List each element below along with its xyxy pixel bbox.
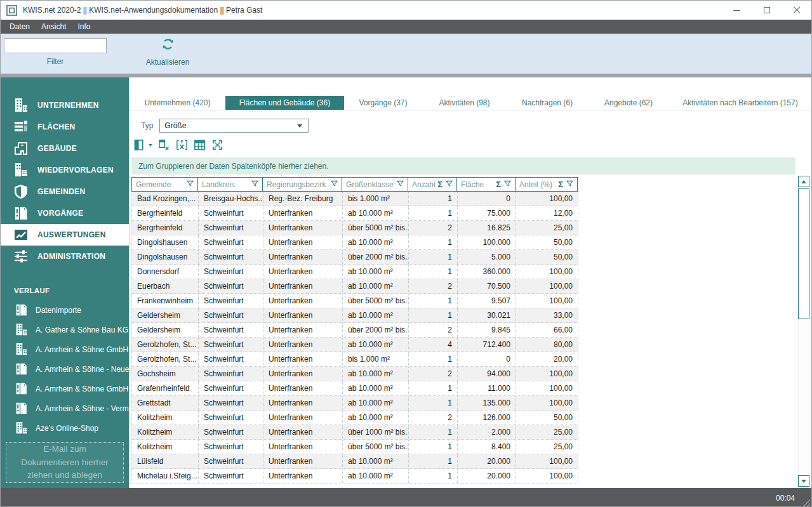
menu-item-info[interactable]: Info [72,20,96,34]
resize-grip[interactable] [802,498,810,506]
cell: Schweinfurt [199,440,263,454]
maximize-button[interactable] [752,1,782,20]
column-filter-button[interactable] [331,180,338,189]
table-row[interactable]: DingolshausenSchweinfurtUnterfrankenab 1… [131,235,578,250]
vertical-scrollbar[interactable] [798,176,809,487]
cell: Frankenwinheim [132,294,199,308]
column-header-gemeinde[interactable]: Gemeinde [131,178,198,191]
column-filter-button[interactable] [251,180,258,189]
table-row[interactable]: Bad Krozingen,...Breisgau-Hochs...Reg.-B… [131,192,578,206]
column-filter-button[interactable] [446,180,453,189]
sum-icon[interactable]: Σ [437,180,443,189]
column-header-anzahl[interactable]: AnzahlΣ [408,178,457,191]
table-row[interactable]: GeldersheimSchweinfurtUnterfrankenüber 2… [131,323,578,338]
column-filter-button[interactable] [397,180,404,189]
history-item-a-amrhein-söhne-gmbh[interactable]: A. Amrhein & Söhne GmbH [1,339,129,359]
sidebar-item-label: GEBÄUDE [37,144,77,153]
sidebar-item-gemeinden[interactable]: GEMEINDEN [1,181,129,202]
sidebar-nav: UNTERNEHMENFLÄCHENGEBÄUDEWIEDERVORLAGENG… [1,77,129,267]
menu-item-ansicht[interactable]: Ansicht [36,20,72,34]
sidebar-item-flächen[interactable]: FLÄCHEN [1,116,129,138]
table-row[interactable]: KolitzheimSchweinfurtUnterfrankenüber 50… [131,440,578,454]
group-by-panel[interactable]: Zum Gruppieren der Daten Spaltenköpfe hi… [131,157,795,174]
table-row[interactable]: KolitzheimSchweinfurtUnterfrankenüber 10… [131,425,578,440]
table-row[interactable]: GrafenrheinfeldSchweinfurtUnterfrankenab… [131,381,578,396]
tab-nachfragen-6[interactable]: Nachfragen (6) [507,96,588,110]
cell: Unterfranken [263,469,343,483]
table-row[interactable]: KolitzheimSchweinfurtUnterfrankenab 10.0… [131,411,578,425]
history-item-a-amrhein-söhne-neue-pr[interactable]: A. Amrhein & Söhne - Neue Pr... [1,359,129,379]
column-chooser-button[interactable] [134,139,152,151]
history-item-a-amrhein-söhne-gmbh[interactable]: A. Amrhein & Söhne GmbH [1,379,129,398]
table-row[interactable]: DonnersdorfSchweinfurtUnterfrankenab 10.… [131,265,578,279]
top-toolbar: Filter Aktualisieren [1,34,811,74]
table-row[interactable]: GeldersheimSchweinfurtUnterfrankenab 10.… [131,308,578,323]
column-header-größenklasse[interactable]: Größenklasse [342,178,408,191]
filter-input[interactable] [4,38,107,53]
hide-column-button[interactable] [158,139,170,151]
close-button[interactable] [782,1,811,20]
grid-body: Bad Krozingen,...Breisgau-Hochs...Reg.-B… [131,192,578,484]
sidebar-item-auswertungen[interactable]: AUSWERTUNGEN [1,224,129,246]
cell: über 1000 m² bis... [343,425,409,439]
cell: Unterfranken [263,338,343,352]
cell: 100,00 [516,469,578,483]
cell: 1 [409,294,458,308]
history-item-a-gather-söhne-bau-kg[interactable]: A. Gather & Söhne Bau KG [1,320,129,339]
sidebar-item-unternehmen[interactable]: UNTERNEHMEN [1,95,129,116]
column-header-fläche[interactable]: FlächeΣ [457,178,516,191]
typ-select[interactable]: Größe [159,119,309,133]
table-row[interactable]: BergrheinfeldSchweinfurtUnterfrankenüber… [131,221,578,235]
table-row[interactable]: Michelau i.Steig...SchweinfurtUnterfrank… [131,469,578,484]
table-row[interactable]: BergrheinfeldSchweinfurtUnterfrankenab 1… [131,206,578,221]
refresh-button[interactable]: Aktualisieren [132,37,203,67]
sidebar-item-gebäude[interactable]: GEBÄUDE [1,138,129,159]
column-filter-button[interactable] [187,180,194,189]
column-filter-button[interactable] [504,180,511,189]
cell: ab 10.000 m² [343,279,409,293]
tab-vorgänge-37[interactable]: Vorgänge (37) [344,96,422,110]
table-row[interactable]: Gerolzhofen, St...SchweinfurtUnterfranke… [131,338,578,352]
hide-column-icon [158,139,170,151]
cell: Gerolzhofen, St... [132,338,199,352]
cell: ab 10.000 m² [343,206,409,220]
sidebar-item-vorgänge[interactable]: VORGÄNGE [1,202,129,224]
buildings-icon [15,323,28,336]
history-item-aze-s-online-shop[interactable]: Aze's Online-Shop [1,418,129,438]
sum-icon[interactable]: Σ [558,180,563,189]
column-header-regierungsbezirk[interactable]: Regierungsbezirk [263,178,342,191]
fit-columns-button[interactable] [211,139,223,151]
tab-flächen-und-gebäude-36[interactable]: Flächen und Gebäude (36) [225,96,344,110]
scrollbar-thumb[interactable] [798,188,809,319]
table-row[interactable]: GochsheimSchweinfurtUnterfrankenab 10.00… [131,367,578,381]
history-item-a-amrhein-söhne-vermittl[interactable]: A. Amrhein & Söhne - Vermittl... [1,398,129,418]
table-row[interactable]: LülsfeldSchweinfurtUnterfrankenab 10.000… [131,454,578,469]
scroll-down-button[interactable] [798,475,809,487]
column-header-landkreis[interactable]: Landkreis [198,178,263,191]
sidebar-item-administration[interactable]: ADMINISTRATION [1,246,129,267]
menu-item-daten[interactable]: Daten [4,20,36,34]
tab-aktivitäten-nach-bearbeitern-157[interactable]: Aktivitäten nach Bearbeitern (157) [669,96,811,110]
tab-angebote-62[interactable]: Angebote (62) [588,96,669,110]
table-row[interactable]: DingolshausenSchweinfurtUnterfrankenüber… [131,250,578,265]
table-row[interactable]: Gerolzhofen, St...SchweinfurtUnterfranke… [131,352,578,367]
excel-export-button[interactable] [176,139,188,151]
history-item-datenimporte[interactable]: Datenimporte [1,300,129,320]
sidebar-item-wiedervorlagen[interactable]: WIEDERVORLAGEN [1,159,129,181]
cell: Grettstadt [132,396,199,410]
minimize-button[interactable] [722,1,752,20]
sum-icon[interactable]: Σ [496,180,501,189]
email-dropzone[interactable]: E-Mail zum Dokumentieren hierher ziehen … [6,442,124,483]
column-filter-button[interactable] [566,180,573,189]
table-row[interactable]: GrettstadtSchweinfurtUnterfrankenab 10.0… [131,396,578,411]
table-row[interactable]: EuerbachSchweinfurtUnterfrankenab 10.000… [131,279,578,294]
cell: Grafenrheinfeld [132,381,199,395]
cell: ab 10.000 m² [343,381,409,395]
table-row[interactable]: FrankenwinheimSchweinfurtUnterfrankenübe… [131,294,578,308]
scroll-up-button[interactable] [798,176,809,187]
column-header-anteil[interactable]: Anteil (%)Σ [516,178,578,191]
tab-unternehmen-420[interactable]: Unternehmen (420) [130,96,225,110]
grid-button[interactable] [194,139,206,151]
tab-aktivitäten-98[interactable]: Aktivitäten (98) [422,96,507,110]
cell: 20.000 [458,454,516,468]
